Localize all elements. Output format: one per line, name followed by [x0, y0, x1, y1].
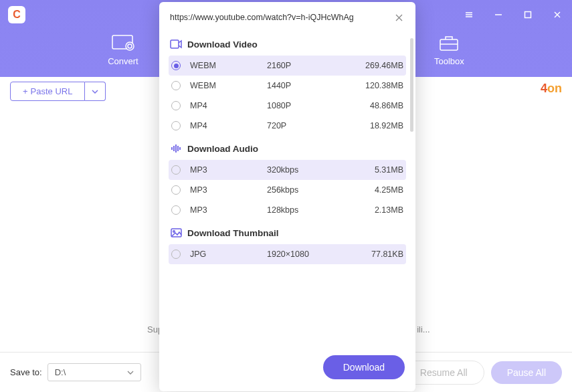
format-label: MP3 — [190, 165, 267, 175]
quality-label: 256kbps — [267, 185, 357, 195]
radio[interactable] — [171, 121, 181, 130]
tab-convert-label: Convert — [108, 56, 138, 66]
video-option-row[interactable]: WEBM1440P120.38MB — [169, 76, 406, 96]
radio[interactable] — [171, 165, 181, 175]
size-label: 2.13MB — [357, 205, 403, 215]
chevron-down-icon — [92, 90, 98, 94]
video-option-row[interactable]: MP41080P48.86MB — [169, 96, 406, 116]
toolbox-icon — [437, 33, 461, 52]
format-label: JPG — [190, 250, 267, 259]
saveto-label: Save to: — [10, 367, 42, 377]
video-option-row[interactable]: WEBM2160P269.46MB — [169, 56, 406, 76]
radio[interactable] — [171, 185, 181, 195]
audio-option-row[interactable]: MP3128kbps2.13MB — [169, 200, 406, 220]
menu-button[interactable] — [454, 0, 484, 29]
format-label: WEBM — [190, 81, 267, 90]
quality-label: 1080P — [267, 101, 357, 110]
paste-url-dropdown[interactable] — [85, 82, 106, 101]
format-label: MP4 — [190, 101, 267, 110]
maximize-button[interactable] — [513, 0, 543, 29]
quality-label: 1440P — [267, 81, 357, 90]
radio[interactable] — [171, 250, 181, 259]
convert-icon — [111, 33, 135, 52]
audio-option-row[interactable]: MP3320kbps5.31MB — [169, 160, 406, 180]
quality-label: 1920×1080 — [267, 250, 357, 259]
quality-label: 2160P — [267, 61, 357, 70]
radio[interactable] — [171, 81, 181, 90]
chevron-down-icon — [127, 371, 134, 375]
format-label: MP3 — [190, 205, 267, 215]
size-label: 120.38MB — [357, 81, 403, 90]
radio[interactable] — [171, 61, 181, 70]
size-label: 48.86MB — [357, 101, 403, 110]
quality-label: 320kbps — [267, 165, 357, 175]
svg-point-8 — [126, 42, 134, 50]
scrollbar[interactable] — [410, 38, 413, 132]
pause-all-button[interactable]: Pause All — [491, 361, 562, 384]
size-label: 77.81KB — [357, 250, 403, 259]
quality-label: 128kbps — [267, 205, 357, 215]
svg-rect-4 — [525, 12, 531, 18]
video-icon — [170, 38, 182, 50]
svg-rect-13 — [171, 40, 179, 48]
download-button[interactable]: Download — [323, 355, 405, 379]
svg-point-20 — [173, 231, 175, 233]
radio[interactable] — [171, 205, 181, 215]
quality-label: 720P — [267, 121, 357, 130]
tab-convert[interactable]: Convert — [108, 33, 138, 66]
image-icon — [170, 227, 182, 239]
thumb-section-title: Download Thumbnail — [187, 228, 279, 238]
radio[interactable] — [171, 101, 181, 110]
tab-toolbox[interactable]: Toolbox — [434, 33, 464, 66]
audio-option-row[interactable]: MP3256kbps4.25MB — [169, 180, 406, 200]
close-button[interactable] — [543, 0, 572, 29]
app-logo: C — [8, 6, 25, 23]
download-options-modal: Download Video WEBM2160P269.46MBWEBM1440… — [159, 2, 415, 391]
minimize-button[interactable] — [484, 0, 513, 29]
size-label: 18.92MB — [357, 121, 403, 130]
format-label: WEBM — [190, 61, 267, 70]
size-label: 269.46MB — [357, 61, 403, 70]
saveto-select[interactable]: D:\ — [47, 363, 141, 381]
url-input[interactable] — [170, 13, 386, 22]
size-label: 4.25MB — [357, 185, 403, 195]
svg-rect-9 — [440, 39, 458, 50]
video-option-row[interactable]: MP4720P18.92MB — [169, 116, 406, 136]
audio-icon — [170, 142, 182, 155]
video-section-title: Download Video — [187, 39, 258, 50]
paste-url-button[interactable]: +Paste URL — [10, 82, 85, 101]
format-label: MP4 — [190, 121, 267, 130]
thumb-option-row[interactable]: JPG1920×108077.81KB — [169, 244, 406, 264]
audio-section-title: Download Audio — [187, 144, 258, 154]
tab-toolbox-label: Toolbox — [434, 56, 464, 66]
brand-badge: 4on — [541, 82, 562, 96]
format-label: MP3 — [190, 185, 267, 195]
size-label: 5.31MB — [357, 165, 403, 175]
modal-close-button[interactable] — [393, 11, 405, 23]
